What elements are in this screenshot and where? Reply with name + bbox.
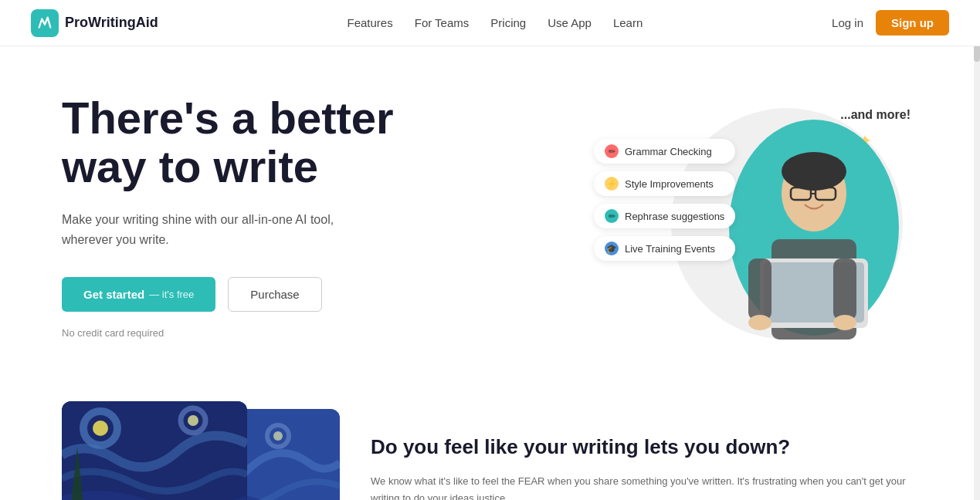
style-icon: ⚡ [605,177,619,191]
chip-rephrase: ✏ Rephrase suggestions [594,204,735,228]
svg-point-21 [93,421,108,436]
section-two-title: Do you feel like your writing lets you d… [371,434,918,461]
logo-text: ProWritingAid [65,15,158,31]
purchase-button[interactable]: Purchase [228,277,321,312]
free-label: — it's free [149,289,194,300]
hero-illustration: ...and more! ✦ [594,93,918,340]
person-container: ...and more! ✦ [594,93,918,340]
svg-point-3 [782,152,846,191]
image-card-front [62,401,247,500]
section-two: My idea in my head Do you feel like your… [0,370,980,500]
section-two-text: Do you feel like your writing lets you d… [371,434,918,500]
nav-learn[interactable]: Learn [613,16,643,29]
svg-point-12 [833,315,856,330]
svg-point-11 [748,315,771,330]
svg-point-17 [273,431,283,441]
hero-section: There's a better way to write Make your … [0,46,980,370]
hero-title: There's a better way to write [62,93,394,192]
navbar: ProWritingAid Features For Teams Pricing… [0,0,980,46]
hero-note: No credit card required [62,327,394,339]
logo-link[interactable]: ProWritingAid [31,9,158,37]
nav-for-teams[interactable]: For Teams [415,16,470,29]
nav-use-app[interactable]: Use App [548,16,592,29]
signup-button[interactable]: Sign up [876,10,949,35]
svg-point-23 [188,415,198,426]
rephrase-icon: ✏ [605,209,619,223]
section-two-images: My idea in my head [62,401,324,500]
hero-cta: Get started — it's free Purchase [62,277,394,312]
nav-actions: Log in Sign up [832,10,949,35]
chip-training: 🎓 Live Training Events [594,236,735,261]
section-two-body: We know what it's like to feel the FEAR … [371,473,918,500]
logo-icon [31,9,59,37]
svg-rect-9 [748,258,771,320]
grammar-icon: ✏ [605,144,619,158]
nav-links: Features For Teams Pricing Use App Learn [348,16,643,30]
hero-subtitle: Make your writing shine with our all-in-… [62,210,355,249]
login-button[interactable]: Log in [832,16,863,29]
get-started-button[interactable]: Get started — it's free [62,277,215,312]
feature-chips: ✏ Grammar Checking ⚡ Style Improvements … [594,139,735,261]
hero-content: There's a better way to write Make your … [62,93,394,340]
chip-style: ⚡ Style Improvements [594,171,735,196]
nav-features[interactable]: Features [348,16,393,29]
svg-rect-10 [833,258,856,320]
scrollbar[interactable] [974,0,980,500]
training-icon: 🎓 [605,242,619,255]
chip-grammar: ✏ Grammar Checking [594,139,735,164]
nav-pricing[interactable]: Pricing [490,16,526,29]
image-stack: My idea in my head [62,401,324,500]
